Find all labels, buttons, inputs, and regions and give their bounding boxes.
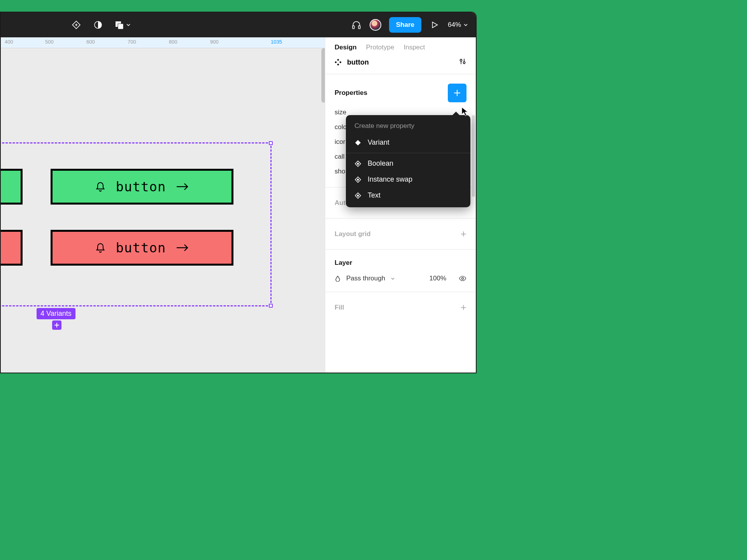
arrow-right-icon (176, 243, 189, 252)
selection-frame[interactable] (0, 142, 272, 306)
ruler-tick: 400 (5, 39, 13, 45)
right-panel: Design Prototype Inspect button Properti… (325, 37, 476, 373)
user-avatar[interactable] (370, 19, 381, 31)
popover-item-text[interactable]: Text (346, 187, 470, 203)
popover-item-variant[interactable]: Variant (346, 135, 470, 150)
add-variant-button[interactable] (52, 320, 61, 330)
fill-section: Fill + (325, 292, 476, 323)
svg-rect-12 (337, 63, 339, 66)
create-property-popover: Create new property Variant Boolean Inst… (346, 115, 470, 207)
layer-section: Layer Pass through 100% (325, 250, 476, 292)
popover-item-label: Text (368, 191, 381, 200)
svg-point-26 (357, 179, 359, 180)
svg-point-18 (463, 62, 465, 64)
fill-title: Fill (335, 304, 344, 312)
layout-grid-section: Layout grid + (325, 219, 476, 250)
ruler-selection-tick: 1035 (271, 39, 282, 45)
blend-drop-icon (335, 275, 341, 282)
popover-item-instance-swap[interactable]: Instance swap (346, 172, 470, 187)
top-toolbar: Share 64% (1, 12, 476, 37)
popover-title: Create new property (346, 122, 470, 135)
component-tool-icon[interactable] (71, 19, 82, 30)
svg-rect-4 (118, 24, 123, 29)
toolbar-right: Share 64% (351, 17, 468, 33)
diamond-outline-icon (354, 160, 361, 167)
diamond-outline-icon (354, 192, 361, 199)
chevron-down-icon (391, 276, 395, 281)
chevron-down-icon (126, 23, 131, 27)
selection-handle[interactable] (269, 141, 273, 145)
svg-rect-22 (355, 140, 361, 145)
component-name: button (347, 58, 369, 66)
tab-inspect[interactable]: Inspect (403, 44, 425, 51)
ruler-tick: 900 (210, 39, 219, 45)
svg-rect-13 (335, 61, 337, 63)
add-layout-grid-button[interactable]: + (461, 228, 466, 240)
ruler-tick: 700 (128, 39, 136, 45)
zoom-control[interactable]: 64% (448, 21, 468, 29)
bell-icon (95, 181, 106, 192)
svg-rect-6 (358, 26, 360, 29)
popover-item-label: Boolean (368, 159, 393, 168)
variants-count-badge[interactable]: 4 Variants (37, 308, 75, 319)
tab-prototype[interactable]: Prototype (366, 44, 395, 51)
popover-item-boolean[interactable]: Boolean (346, 156, 470, 172)
add-fill-button[interactable]: + (461, 301, 466, 313)
arrow-right-icon (176, 182, 189, 191)
button-label: button (116, 240, 166, 256)
bell-icon (95, 242, 106, 253)
eye-icon[interactable] (459, 275, 466, 282)
diamond-outline-icon (354, 176, 361, 183)
layer-title: Layer (335, 259, 352, 266)
popover-item-label: Variant (368, 138, 389, 147)
component-set-icon (335, 59, 342, 66)
boolean-tool-icon[interactable] (114, 19, 131, 30)
opacity-input[interactable]: 100% (430, 275, 446, 282)
mask-tool-icon[interactable] (93, 19, 103, 30)
svg-point-24 (357, 163, 359, 164)
variant-button-red[interactable]: button (51, 230, 233, 266)
popover-separator (346, 153, 470, 153)
svg-point-16 (460, 60, 462, 61)
share-button[interactable]: Share (389, 17, 421, 33)
panel-scrollbar[interactable] (472, 115, 475, 197)
add-property-button[interactable] (448, 84, 466, 102)
blend-mode-select[interactable]: Pass through (346, 275, 385, 282)
present-icon[interactable] (429, 19, 440, 30)
svg-point-21 (462, 278, 464, 280)
properties-title: Properties (335, 89, 367, 97)
panel-tabs: Design Prototype Inspect (325, 37, 476, 55)
button-label: button (116, 179, 166, 194)
component-header: button (325, 55, 476, 74)
app-window: Share 64% 400 500 600 700 800 900 1035 (0, 12, 477, 373)
ruler-tick: 800 (169, 39, 177, 45)
variant-button-green[interactable]: button (51, 169, 233, 205)
chevron-down-icon (463, 23, 468, 27)
svg-rect-5 (352, 26, 354, 29)
ruler-tick: 600 (86, 39, 95, 45)
canvas[interactable]: button button 4 Variants (1, 48, 326, 373)
zoom-value: 64% (448, 21, 461, 29)
headphones-icon[interactable] (351, 19, 362, 30)
layout-grid-title: Layout grid (335, 230, 371, 238)
diamond-icon (354, 139, 361, 146)
variant-button-red-partial[interactable] (0, 230, 23, 266)
svg-rect-11 (337, 59, 339, 61)
selection-handle[interactable] (269, 304, 273, 308)
svg-point-28 (357, 195, 359, 196)
popover-item-label: Instance swap (368, 175, 412, 184)
component-settings-icon[interactable] (459, 58, 466, 67)
toolbar-tools (71, 19, 131, 30)
ruler-tick: 500 (45, 39, 54, 45)
variant-button-green-partial[interactable] (0, 169, 23, 205)
tab-design[interactable]: Design (335, 44, 357, 51)
svg-rect-14 (339, 61, 342, 63)
